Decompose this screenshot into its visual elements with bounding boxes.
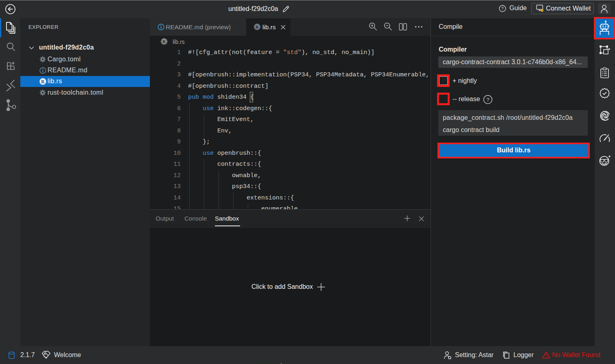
svg-text:R: R [162, 39, 166, 44]
svg-text:R: R [256, 24, 259, 29]
svg-text:?: ? [501, 6, 504, 11]
svg-text:?: ? [486, 97, 489, 103]
svg-text:R: R [41, 79, 45, 84]
